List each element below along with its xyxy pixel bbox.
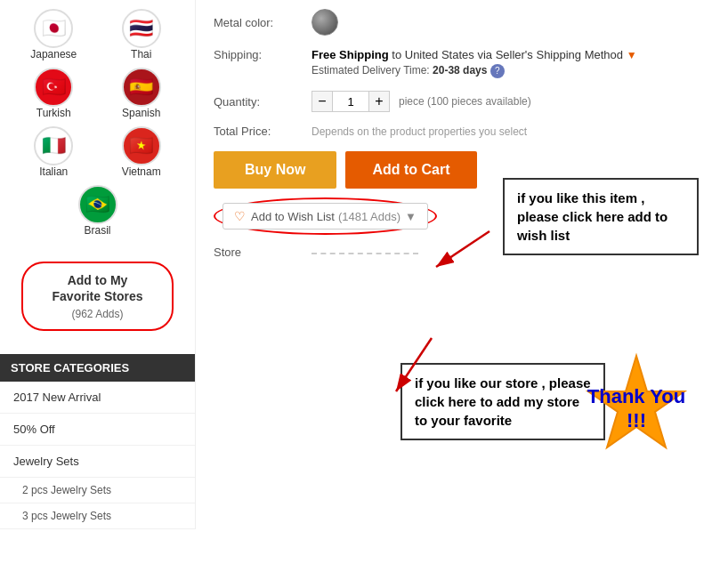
sidebar: 🇯🇵 Japanese 🇹🇭 Thai 🇹🇷 Turkish 🇪🇸 Spanis… xyxy=(0,0,196,529)
help-icon[interactable]: ? xyxy=(490,64,505,78)
shipping-free-text: Free Shipping xyxy=(312,48,389,61)
metal-color-label: Metal color: xyxy=(214,16,312,29)
main-content: Metal color: Shipping: Free Shipping to … xyxy=(196,0,712,529)
delivery-time-row: Estimated Delivery Time: 20-38 days ? xyxy=(312,64,694,78)
favorite-stores-count: (962 Adds) xyxy=(32,308,163,320)
store-value xyxy=(312,246,418,259)
flag-vietnam: 🇻🇳 xyxy=(122,126,161,165)
shipping-row: Shipping: Free Shipping to United States… xyxy=(214,48,694,78)
wishlist-callout: if you like this item , please click her… xyxy=(503,178,699,255)
thankyou-line2: !!! xyxy=(583,409,690,432)
metal-color-row: Metal color: xyxy=(214,9,694,36)
flag-japanese: 🇯🇵 xyxy=(34,9,73,48)
lang-turkish[interactable]: 🇹🇷 Turkish xyxy=(13,68,94,119)
store-label: Store xyxy=(214,246,312,259)
categories-title: STORE CATEGORIES xyxy=(11,361,129,375)
lang-label-spanish: Spanish xyxy=(122,107,160,119)
add-to-wishlist-button[interactable]: ♡ Add to Wish List (1481 Adds) ▼ xyxy=(222,203,428,230)
delivery-time-value: 20-38 days xyxy=(433,64,487,77)
lang-brasil[interactable]: 🇧🇷 Brasil xyxy=(78,185,117,237)
thankyou-burst: Thank You !!! xyxy=(574,351,699,476)
arrow-store xyxy=(387,329,441,400)
quantity-label: Quantity: xyxy=(214,95,312,109)
shipping-label: Shipping: xyxy=(214,48,312,61)
cat-label-4: 3 pcs Jewelry Sets xyxy=(22,510,111,522)
wishlist-adds: (1481 Adds) xyxy=(338,210,400,223)
lang-spanish[interactable]: 🇪🇸 Spanish xyxy=(101,68,182,119)
language-grid: 🇯🇵 Japanese 🇹🇭 Thai 🇹🇷 Turkish 🇪🇸 Spanis… xyxy=(0,0,195,246)
lang-italian[interactable]: 🇮🇹 Italian xyxy=(13,126,94,178)
wishlist-label: Add to Wish List xyxy=(251,210,335,223)
lang-label-brasil: Brasil xyxy=(84,224,110,237)
favorite-stores-section: Add to My Favorite Stores (962 Adds) xyxy=(0,246,195,347)
lang-label-japanese: Japanese xyxy=(30,48,77,60)
quantity-input[interactable] xyxy=(333,91,368,112)
quantity-note: piece (100 pieces available) xyxy=(399,95,531,108)
arrow-wishlist xyxy=(427,222,498,276)
fav-line2: Favorite Stores xyxy=(53,289,143,303)
cat-label-1: 50% Off xyxy=(13,423,55,436)
store-callout-text: if you like our store , please click her… xyxy=(415,375,591,428)
wishlist-dropdown-icon[interactable]: ▼ xyxy=(405,210,417,223)
thankyou-text: Thank You !!! xyxy=(583,385,690,432)
buy-now-button[interactable]: Buy Now xyxy=(214,151,336,189)
shipping-dropdown-icon[interactable]: ▼ xyxy=(627,49,637,61)
store-dash xyxy=(312,253,418,254)
lang-label-turkish: Turkish xyxy=(36,107,71,119)
quantity-plus-button[interactable]: + xyxy=(368,91,390,112)
metal-color-icon[interactable] xyxy=(312,9,338,36)
fav-line1: Add to My xyxy=(68,273,128,287)
heart-icon: ♡ xyxy=(234,209,246,223)
cat-label-0: 2017 New Arrival xyxy=(13,391,101,404)
store-categories-header: STORE CATEGORIES xyxy=(0,354,195,382)
quantity-stepper: − + piece (100 pieces available) xyxy=(312,91,694,112)
wishlist-callout-text: if you like this item , please click her… xyxy=(517,190,668,243)
cat-label-2: Jewelry Sets xyxy=(13,455,79,468)
lang-label-italian: Italian xyxy=(39,165,68,178)
favorite-stores-box[interactable]: Add to My Favorite Stores (962 Adds) xyxy=(21,262,174,331)
lang-thai[interactable]: 🇹🇭 Thai xyxy=(101,9,182,60)
quantity-minus-button[interactable]: − xyxy=(312,91,333,112)
cat-label-3: 2 pcs Jewelry Sets xyxy=(22,484,111,496)
lang-vietnam[interactable]: 🇻🇳 Vietnam xyxy=(101,126,182,178)
category-jewelry-sets[interactable]: Jewelry Sets xyxy=(0,446,195,478)
wishlist-circle: ♡ Add to Wish List (1481 Adds) ▼ xyxy=(214,197,437,235)
delivery-label: Estimated Delivery Time: xyxy=(312,64,430,77)
total-price-label: Total Price: xyxy=(214,125,312,138)
quantity-value: − + piece (100 pieces available) xyxy=(312,91,694,112)
thankyou-line1: Thank You xyxy=(583,385,690,408)
category-2pcs-jewelry[interactable]: 2 pcs Jewelry Sets xyxy=(0,478,195,503)
favorite-stores-button[interactable]: Add to My Favorite Stores xyxy=(32,272,163,304)
metal-color-value xyxy=(312,9,694,36)
flag-italian: 🇮🇹 xyxy=(34,126,73,165)
lang-label-vietnam: Vietnam xyxy=(122,165,161,178)
quantity-row: Quantity: − + piece (100 pieces availabl… xyxy=(214,91,694,112)
page-container: 🇯🇵 Japanese 🇹🇭 Thai 🇹🇷 Turkish 🇪🇸 Spanis… xyxy=(0,0,712,529)
add-to-cart-button[interactable]: Add to Cart xyxy=(345,151,476,189)
category-2017-new-arrival[interactable]: 2017 New Arrival xyxy=(0,382,195,414)
shipping-dest-text: to United States via Seller's Shipping M… xyxy=(392,48,623,61)
shipping-value: Free Shipping to United States via Selle… xyxy=(312,48,694,78)
lang-label-thai: Thai xyxy=(131,48,151,60)
flag-thai: 🇹🇭 xyxy=(122,9,161,48)
flag-brasil: 🇧🇷 xyxy=(78,185,117,224)
category-3pcs-jewelry[interactable]: 3 pcs Jewelry Sets xyxy=(0,503,195,529)
flag-spanish: 🇪🇸 xyxy=(122,68,161,107)
lang-japanese[interactable]: 🇯🇵 Japanese xyxy=(13,9,94,60)
flag-turkish: 🇹🇷 xyxy=(34,68,73,107)
total-price-value: Depends on the product properties you se… xyxy=(312,125,694,138)
category-50-off[interactable]: 50% Off xyxy=(0,414,195,446)
total-price-row: Total Price: Depends on the product prop… xyxy=(214,125,694,138)
